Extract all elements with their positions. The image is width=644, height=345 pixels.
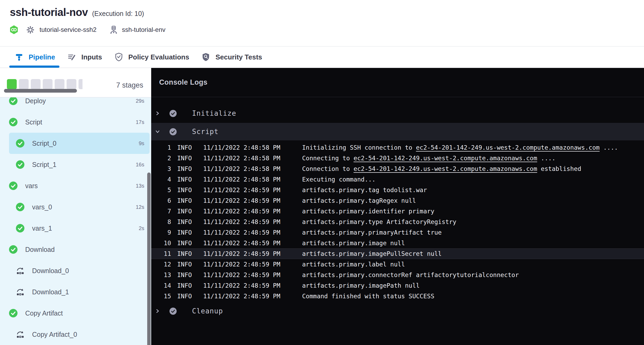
tab-pipeline[interactable]: Pipeline [15,46,55,68]
log-level: INFO [177,163,203,174]
stage-row-download-1[interactable]: Download_1 [9,281,150,303]
log-timestamp: 11/11/2022 2:48:59 PM [203,280,302,291]
log-section-cleanup[interactable]: Cleanup [151,302,644,320]
chevron-right-icon[interactable] [155,309,160,313]
log-line-number: 1 [151,142,171,153]
rollback-steps-icon [16,288,24,296]
console-title: Console Logs [159,78,207,87]
pipeline-execution-page: ssh-tutorial-nov (Execution Id: 10) tuto… [0,0,644,345]
log-host-link[interactable]: ec2-54-201-142-249.us-west-2.compute.ama… [354,155,537,162]
stage-row-script[interactable]: Script17s [9,111,150,133]
log-level: INFO [177,280,203,291]
service-name[interactable]: tutorial-service-ssh2 [40,26,97,33]
stage-duration: 16s [136,162,144,168]
log-timestamp: 11/11/2022 2:48:59 PM [203,195,302,206]
log-message: artifacts.primary.imagePullSecret null [302,248,442,259]
stage-row-download-0[interactable]: Download_0 [9,260,150,281]
progress-segment-5 [55,79,64,89]
log-line-number: 3 [151,163,171,174]
progress-segment-6 [67,79,76,89]
log-timestamp: 11/11/2022 2:48:59 PM [203,238,302,248]
log-message: artifacts.primary.image null [302,238,405,248]
success-check-icon [16,224,24,232]
service-gear-icon [27,26,34,34]
log-line-number: 15 [151,291,171,301]
tab-security-tests[interactable]: Security Tests [202,46,262,68]
log-timestamp: 11/11/2022 2:48:59 PM [203,270,302,280]
stage-row-copy-artifact[interactable]: Copy Artifact [9,303,150,324]
stages-count: 7 stages [116,81,143,89]
execution-header: ssh-tutorial-nov (Execution Id: 10) tuto… [0,0,644,46]
log-host-link[interactable]: ec2-54-201-142-249.us-west-2.compute.ama… [354,165,537,172]
stage-label: vars_1 [32,225,52,232]
log-message: artifacts.primary.tagRegex null [302,195,416,206]
log-message: artifacts.primary.tag todolist.war [302,185,427,195]
log-line-11: 11INFO11/11/2022 2:48:59 PMartifacts.pri… [151,248,644,259]
success-check-icon [9,182,18,190]
stage-list: Deploy29sScript17sScript_09sScript_116sv… [0,97,151,345]
stage-row-vars-0[interactable]: vars_012s [9,196,150,218]
log-message: artifacts.primary.imagePath null [302,280,420,291]
stage-row-vars[interactable]: vars13s [9,175,150,196]
log-line-9: 9INFO11/11/2022 2:48:59 PMartifacts.prim… [151,227,644,238]
stage-duration: 9s [139,140,144,146]
rollback-steps-icon [16,330,24,339]
console-panel: Console Logs InitializeScript1INFO11/11/… [151,68,644,345]
stage-row-vars-1[interactable]: vars_12s [9,218,150,239]
stage-label: Copy Artifact [25,309,63,317]
log-line-3: 3INFO11/11/2022 2:48:58 PMConnection to … [151,163,644,174]
pipeline-icon [15,53,23,61]
tab-policy-evaluations[interactable]: Policy Evaluations [115,46,189,68]
log-line-number: 9 [151,227,171,238]
log-level: INFO [177,174,203,185]
stage-row-download[interactable]: Download [9,239,150,260]
log-level: INFO [177,248,203,259]
log-message: Connection to ec2-54-201-142-249.us-west… [302,163,581,174]
stage-row-script-0[interactable]: Script_09s [9,133,150,154]
log-line-5: 5INFO11/11/2022 2:48:59 PMartifacts.prim… [151,185,644,195]
inputs-icon [68,53,76,61]
log-line-number: 2 [151,153,171,163]
log-line-4: 4INFO11/11/2022 2:48:58 PMExecuting comm… [151,174,644,185]
log-level: INFO [177,185,203,195]
stage-label: vars [25,182,38,190]
stage-label: Script_0 [32,140,56,147]
chevron-down-icon[interactable] [155,129,160,134]
log-timestamp: 11/11/2022 2:48:59 PM [203,248,302,259]
log-host-link[interactable]: ec2-54-201-142-249.us-west-2.compute.ama… [416,144,599,151]
tab-inputs[interactable]: Inputs [68,46,102,68]
stage-row-deploy[interactable]: Deploy29s [9,97,150,111]
stage-label: Download_1 [32,288,69,296]
log-level: INFO [177,291,203,301]
log-timestamp: 11/11/2022 2:48:59 PM [203,217,302,227]
log-section-initialize[interactable]: Initialize [151,105,644,122]
execution-content: 7 stages Deploy29sScript17sScript_09sScr… [0,68,644,345]
progress-segment-1 [7,79,17,89]
success-check-icon [16,160,24,169]
page-title: ssh-tutorial-nov [10,6,88,18]
log-level: INFO [177,227,203,238]
stage-row-script-1[interactable]: Script_116s [9,154,150,175]
tab-policy-evaluations-label: Policy Evaluations [128,53,189,61]
stage-row-copy-artifact-0[interactable]: Copy Artifact_0 [9,324,150,345]
stage-label: Script_1 [32,161,56,169]
progress-scrollbar[interactable] [4,89,77,93]
stage-progress-header: 7 stages [0,68,151,97]
log-line-number: 10 [151,238,171,248]
chevron-right-icon[interactable] [155,111,160,116]
success-check-icon [16,139,24,148]
tab-pipeline-label: Pipeline [29,53,55,61]
stage-duration: 12s [136,204,144,210]
log-message: Connecting to ec2-54-201-142-249.us-west… [302,153,555,163]
stage-label: Copy Artifact_0 [32,331,77,338]
stage-list-scrollbar[interactable] [147,172,151,345]
success-check-icon [9,97,18,105]
console-header: Console Logs [151,68,644,97]
environment-name[interactable]: ssh-tutorial-env [122,26,166,33]
log-section-script[interactable]: Script [151,123,644,140]
stage-label: Download_0 [32,267,69,275]
log-line-10: 10INFO11/11/2022 2:48:59 PMartifacts.pri… [151,238,644,248]
security-shield-scan-icon [202,53,210,61]
section-success-check-icon [169,308,177,315]
log-line-number: 7 [151,206,171,217]
